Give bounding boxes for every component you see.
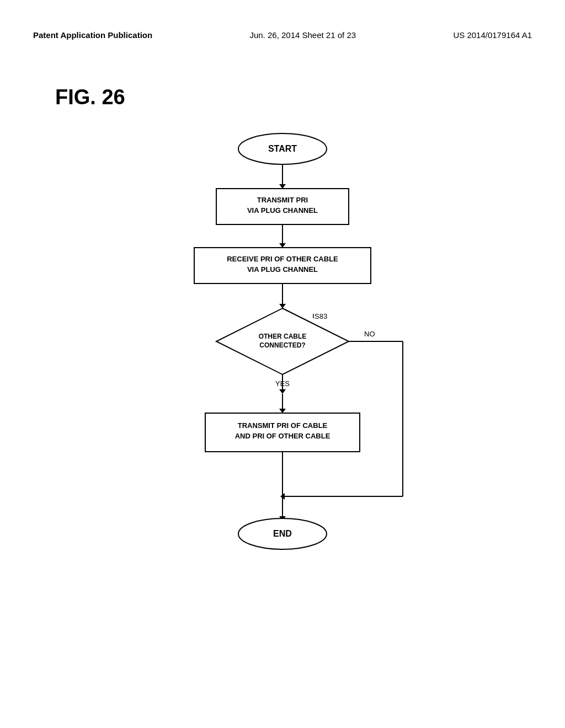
- svg-text:NO: NO: [364, 330, 375, 338]
- page: Patent Application Publication Jun. 26, …: [0, 0, 565, 728]
- svg-marker-25: [279, 389, 286, 394]
- svg-text:S83: S83: [315, 312, 327, 320]
- svg-text:AND PRI OF OTHER CABLE: AND PRI OF OTHER CABLE: [235, 432, 331, 440]
- figure-title: FIG. 26: [55, 85, 125, 109]
- svg-marker-10: [279, 243, 286, 248]
- svg-text:VIA PLUG CHANNEL: VIA PLUG CHANNEL: [247, 265, 318, 274]
- svg-text:CONNECTED?: CONNECTED?: [259, 341, 305, 349]
- svg-text:OTHER CABLE: OTHER CABLE: [259, 333, 307, 340]
- svg-marker-17: [279, 304, 286, 308]
- header-publication-label: Patent Application Publication: [33, 30, 152, 40]
- svg-text:TRANSMIT PRI OF CABLE: TRANSMIT PRI OF CABLE: [238, 421, 328, 430]
- flowchart-diagram: START S81 TRANSMIT PRI VIA PLUG CHANNEL …: [0, 121, 565, 673]
- svg-text:VIA PLUG CHANNEL: VIA PLUG CHANNEL: [247, 206, 318, 215]
- header-date-sheet: Jun. 26, 2014 Sheet 21 of 23: [249, 30, 356, 40]
- header-patent-number: US 2014/0179164 A1: [453, 30, 532, 40]
- header: Patent Application Publication Jun. 26, …: [33, 30, 532, 40]
- svg-text:END: END: [273, 529, 292, 538]
- svg-text:TRANSMIT PRI: TRANSMIT PRI: [257, 196, 308, 204]
- svg-text:START: START: [268, 144, 297, 153]
- svg-text:RECEIVE PRI OF OTHER CABLE: RECEIVE PRI OF OTHER CABLE: [227, 255, 338, 263]
- svg-marker-3: [279, 184, 286, 189]
- svg-marker-27: [279, 409, 286, 413]
